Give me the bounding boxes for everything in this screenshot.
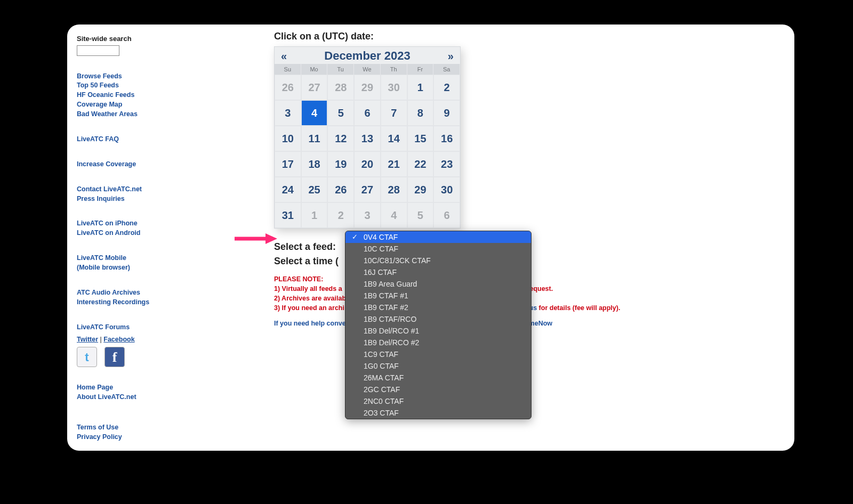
sidebar: Site-wide search Browse FeedsTop 50 Feed… <box>77 34 183 451</box>
nav-link[interactable]: HF Oceanic Feeds <box>77 91 183 100</box>
calendar-day[interactable]: 29 <box>407 177 434 202</box>
nav-link[interactable]: Top 50 Feeds <box>77 81 183 90</box>
calendar-day[interactable]: 2 <box>433 75 460 100</box>
calendar-day[interactable]: 5 <box>327 100 354 126</box>
calendar-day[interactable]: 16 <box>433 126 460 151</box>
calendar-dow-row: SuMoTuWeThFrSa <box>275 64 460 75</box>
calendar-next[interactable]: » <box>448 50 454 62</box>
feed-option[interactable]: 1B9 Del/RCO #1 <box>345 325 531 337</box>
calendar-day[interactable]: 20 <box>354 151 381 177</box>
calendar-day[interactable]: 8 <box>407 100 434 126</box>
nav-link[interactable]: About LiveATC.net <box>77 393 183 402</box>
calendar-day[interactable]: 18 <box>301 151 328 177</box>
link-twitter[interactable]: Twitter <box>77 336 98 343</box>
nav-link[interactable]: ATC Audio Archives <box>77 288 183 297</box>
calendar-day[interactable]: 6 <box>354 100 381 126</box>
calendar-day[interactable]: 14 <box>381 126 407 151</box>
feed-option[interactable]: 2O3 CTAF <box>345 407 531 419</box>
calendar-day[interactable]: 5 <box>407 202 434 228</box>
feed-option[interactable]: 1B9 Del/RCO #2 <box>345 337 531 348</box>
calendar-day[interactable]: 11 <box>301 126 328 151</box>
nav-link[interactable]: Bad Weather Areas <box>77 110 183 119</box>
convert-a: If you need help conve <box>274 320 346 327</box>
feed-option[interactable]: 10C CTAF <box>345 243 531 255</box>
nav-group-faq: LiveATC FAQ <box>77 135 183 144</box>
calendar-day[interactable]: 3 <box>275 100 301 126</box>
calendar-day[interactable]: 23 <box>433 151 460 177</box>
calendar-day[interactable]: 3 <box>354 202 381 228</box>
feed-option[interactable]: 2GC CTAF <box>345 384 531 395</box>
nav-link[interactable]: Browse Feeds <box>77 72 183 81</box>
link-facebook[interactable]: Facebook <box>103 336 134 343</box>
calendar-day[interactable]: 12 <box>327 126 354 151</box>
calendar-day[interactable]: 1 <box>407 75 434 100</box>
calendar-day[interactable]: 6 <box>433 202 460 228</box>
nav-group-legal: Terms of UsePrivacy Policy <box>77 423 183 442</box>
feed-option[interactable]: 1G0 CTAF <box>345 360 531 372</box>
calendar-day[interactable]: 27 <box>354 177 381 202</box>
calendar-day[interactable]: 4 <box>381 202 407 228</box>
calendar-day[interactable]: 30 <box>381 75 407 100</box>
calendar-day[interactable]: 13 <box>354 126 381 151</box>
calendar-day[interactable]: 1 <box>301 202 328 228</box>
facebook-icon[interactable]: f <box>104 347 125 367</box>
nav-link[interactable]: Terms of Use <box>77 423 183 432</box>
note-1a: 1) Virtually all feeds a <box>274 285 342 292</box>
nav-link[interactable]: Interesting Recordings <box>77 298 183 307</box>
calendar-day[interactable]: 28 <box>327 75 354 100</box>
calendar-day[interactable]: 21 <box>381 151 407 177</box>
calendar-day[interactable]: 2 <box>327 202 354 228</box>
feed-option[interactable]: 10C/C81/3CK CTAF <box>345 255 531 266</box>
calendar-day[interactable]: 17 <box>275 151 301 177</box>
calendar-dow: Su <box>275 64 301 75</box>
feed-option[interactable]: 1B9 CTAF #1 <box>345 290 531 302</box>
mobile-browser-note: (Mobile browser) <box>77 263 183 272</box>
feed-option[interactable]: 26MA CTAF <box>345 372 531 384</box>
twitter-icon[interactable]: t <box>77 347 97 367</box>
nav-link[interactable]: LiveATC on Android <box>77 229 183 238</box>
nav-link[interactable]: Coverage Map <box>77 100 183 109</box>
calendar-day[interactable]: 10 <box>275 126 301 151</box>
calendar-day[interactable]: 15 <box>407 126 434 151</box>
calendar-day[interactable]: 30 <box>433 177 460 202</box>
date-header: Click on a (UTC) date: <box>274 31 685 42</box>
feed-option[interactable]: 0V4 CTAF <box>345 231 531 243</box>
calendar-day[interactable]: 9 <box>433 100 460 126</box>
calendar-day[interactable]: 4 <box>301 100 328 126</box>
feed-option[interactable]: 2NC0 CTAF <box>345 395 531 407</box>
nav-group-feeds: Browse FeedsTop 50 FeedsHF Oceanic Feeds… <box>77 72 183 119</box>
nav-group-apps: LiveATC on iPhoneLiveATC on Android <box>77 219 183 238</box>
nav-link[interactable]: LiveATC Forums <box>77 323 183 332</box>
feed-option[interactable]: 16J CTAF <box>345 266 531 278</box>
calendar-day[interactable]: 25 <box>301 177 328 202</box>
calendar-day[interactable]: 26 <box>275 75 301 100</box>
nav-link[interactable]: LiveATC on iPhone <box>77 219 183 228</box>
nav-link[interactable]: Contact LiveATC.net <box>77 185 183 194</box>
nav-link[interactable]: Increase Coverage <box>77 160 183 169</box>
calendar-day[interactable]: 31 <box>275 202 301 228</box>
feed-option[interactable]: 1B9 CTAF #2 <box>345 302 531 313</box>
link-liveatc-mobile[interactable]: LiveATC Mobile <box>77 254 183 263</box>
annotation-arrow-icon <box>235 232 277 245</box>
site-search-input[interactable] <box>77 45 119 56</box>
nav-link[interactable]: Home Page <box>77 383 183 392</box>
calendar-day[interactable]: 7 <box>381 100 407 126</box>
calendar-dow: We <box>354 64 381 75</box>
calendar-prev[interactable]: « <box>281 50 287 62</box>
feed-option[interactable]: 1C9 CTAF <box>345 348 531 360</box>
nav-link[interactable]: Press Inquiries <box>77 194 183 204</box>
nav-link[interactable]: Privacy Policy <box>77 433 183 442</box>
search-label: Site-wide search <box>77 34 183 44</box>
nav-link[interactable]: LiveATC FAQ <box>77 135 183 144</box>
calendar-day[interactable]: 19 <box>327 151 354 177</box>
feed-option[interactable]: 1B9 Area Guard <box>345 278 531 290</box>
calendar-day[interactable]: 24 <box>275 177 301 202</box>
calendar-day[interactable]: 27 <box>301 75 328 100</box>
calendar-day[interactable]: 29 <box>354 75 381 100</box>
calendar-day[interactable]: 26 <box>327 177 354 202</box>
feed-select-dropdown[interactable]: 0V4 CTAF10C CTAF10C/C81/3CK CTAF16J CTAF… <box>345 231 532 419</box>
feed-option[interactable]: 1B9 CTAF/RCO <box>345 313 531 325</box>
calendar-day[interactable]: 22 <box>407 151 434 177</box>
social-block: Twitter | Facebook t f <box>77 335 183 368</box>
calendar-day[interactable]: 28 <box>381 177 407 202</box>
